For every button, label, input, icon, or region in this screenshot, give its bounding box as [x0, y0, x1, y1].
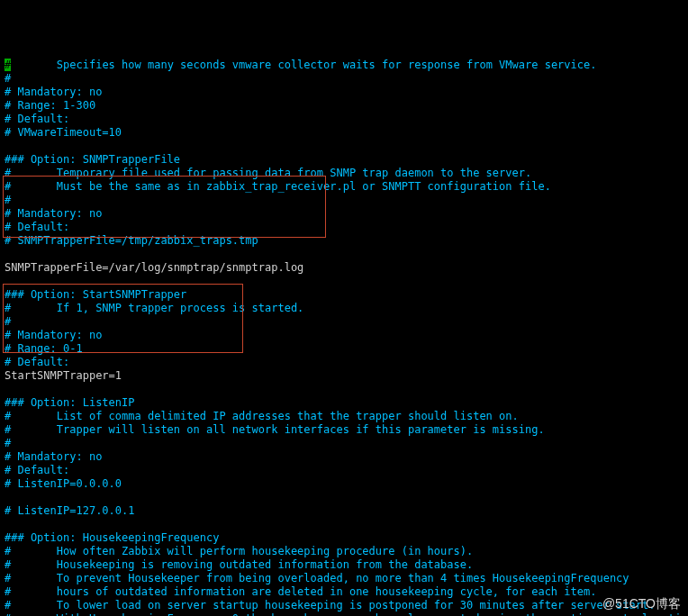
config-line: # Housekeeping is removing outdated info… — [5, 558, 473, 571]
config-line: # If 1, SNMP trapper process is started. — [5, 302, 303, 314]
config-line: # To lower load on server startup housek… — [5, 599, 655, 611]
config-line: StartSNMPTrapper=1 — [5, 369, 122, 382]
config-line: # Mandatory: no — [5, 329, 102, 341]
config-line: # Trapper will listen on all network int… — [5, 423, 545, 436]
config-line: # With HousekeepingFrequency=0 the house… — [5, 612, 688, 616]
config-line: ### Option: ListenIP — [5, 396, 135, 409]
config-line: # Mandatory: no — [5, 207, 102, 220]
config-line: # ListenIP=0.0.0.0 — [5, 477, 122, 490]
config-line: # List of comma delimited IP addresses t… — [5, 410, 519, 422]
config-line: # ListenIP=127.0.0.1 — [5, 504, 135, 517]
config-line: # How often Zabbix will perform housekee… — [5, 545, 473, 557]
config-line: # VMwareTimeout=10 — [5, 126, 122, 139]
config-line: # Mandatory: no — [5, 86, 102, 98]
config-line: # Default: — [5, 113, 69, 125]
config-line: # SNMPTrapperFile=/tmp/zabbix_traps.tmp — [5, 234, 258, 247]
config-line: ### Option: HousekeepingFrequency — [5, 531, 219, 544]
config-line: # To prevent Housekeeper from being over… — [5, 572, 629, 584]
config-lines: # # Mandatory: no # Range: 1-300 # Defau… — [5, 72, 683, 616]
config-line: # hours of outdated information are dele… — [5, 585, 596, 598]
config-line: # Range: 0-1 — [5, 342, 83, 355]
config-line: SNMPTrapperFile=/var/log/snmptrap/snmptr… — [5, 261, 303, 274]
config-line: ### Option: SNMPTrapperFile — [5, 153, 180, 166]
config-line: # Default: — [5, 464, 69, 476]
config-line: Specifies how many seconds vmware collec… — [11, 59, 596, 71]
terminal-viewport[interactable]: # Specifies how many seconds vmware coll… — [0, 54, 688, 616]
config-line: # — [5, 194, 11, 206]
config-line: # Default: — [5, 356, 69, 368]
config-line: # — [5, 437, 11, 449]
config-line: # Must be the same as in zabbix_trap_rec… — [5, 180, 551, 193]
config-line: ### Option: StartSNMPTrapper — [5, 288, 186, 301]
config-line: # — [5, 72, 11, 85]
config-line: # Default: — [5, 221, 69, 233]
config-line: # Mandatory: no — [5, 450, 102, 463]
config-line: # — [5, 315, 11, 328]
config-line: # Temporary file used for passing data f… — [5, 167, 531, 179]
config-line: # Range: 1-300 — [5, 99, 95, 112]
